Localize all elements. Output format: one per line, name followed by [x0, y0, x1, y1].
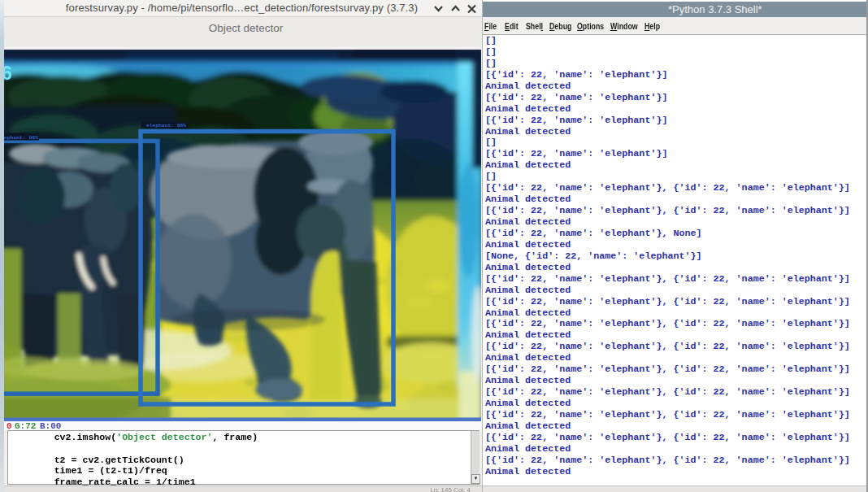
svg-text:6: 6: [4, 63, 12, 84]
svg-text:elephant: 96%: elephant: 96%: [146, 123, 186, 128]
svg-text:lephant: 96%: lephant: 96%: [4, 135, 38, 141]
